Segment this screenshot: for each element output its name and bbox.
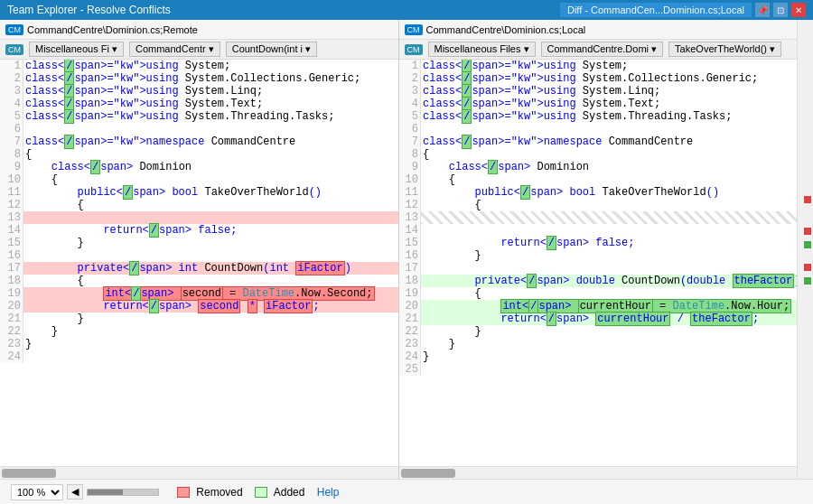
left-nav-icon: CM xyxy=(5,44,23,55)
right-bottom-scrollbar[interactable] xyxy=(399,466,798,479)
code-line: return</span> false; xyxy=(421,237,798,249)
line-number: 9 xyxy=(399,161,421,173)
code-line: } xyxy=(421,350,798,363)
code-line xyxy=(421,262,798,275)
right-nav-misc[interactable]: Miscellaneous Files ▾ xyxy=(428,42,536,57)
code-line: { xyxy=(23,199,397,211)
line-number: 24 xyxy=(399,350,421,363)
line-number: 11 xyxy=(0,186,23,199)
code-line: { xyxy=(421,287,798,300)
marker-green-1 xyxy=(804,241,811,248)
right-nav-icon: CM xyxy=(405,44,423,55)
left-breadcrumb: CM CommandCentre\Dominion.cs;Remote xyxy=(0,20,398,40)
line-number: 4 xyxy=(399,98,421,110)
line-number: 10 xyxy=(0,173,23,186)
legend-added-label: Added xyxy=(274,486,305,499)
left-nav-method[interactable]: CountDown(int i ▾ xyxy=(226,42,317,57)
code-line: class</span>="kw">using System.Text; xyxy=(23,98,397,110)
code-line: class</span>="kw">namespace CommandCentr… xyxy=(23,135,397,148)
line-number: 15 xyxy=(0,237,23,249)
left-code-scroll[interactable]: 1class</span>="kw">using System;2class</… xyxy=(0,60,398,466)
code-line: class</span>="kw">using System.Text; xyxy=(421,98,798,110)
marker-red-3 xyxy=(804,264,811,271)
zoom-slider[interactable] xyxy=(87,489,159,496)
left-scroll-thumb[interactable] xyxy=(2,469,56,478)
line-number: 6 xyxy=(399,123,421,135)
code-line: class</span>="kw">using System; xyxy=(421,60,798,72)
code-line: { xyxy=(421,173,798,186)
line-number: 25 xyxy=(399,363,421,376)
left-file-icon: CM xyxy=(5,24,23,35)
code-line: private</span> double CountDown(double t… xyxy=(421,275,798,287)
help-link[interactable]: Help xyxy=(317,486,340,499)
code-line: int</span> currentHour = DateTime.Now.Ho… xyxy=(421,300,798,313)
marker-red-2 xyxy=(804,228,811,235)
code-line: class</span> Dominion xyxy=(23,161,397,173)
code-line: class</span>="kw">namespace CommandCentr… xyxy=(421,135,798,148)
line-number: 17 xyxy=(0,262,23,275)
code-line: public</span> bool TakeOverTheWorld() xyxy=(421,186,798,199)
right-nav-bar: CM Miscellaneous Files ▾ CommandCentre.D… xyxy=(399,40,798,60)
line-number: 5 xyxy=(0,110,23,123)
code-line: class</span> Dominion xyxy=(421,161,798,173)
line-number: 5 xyxy=(399,110,421,123)
line-number: 14 xyxy=(0,224,23,237)
line-number: 10 xyxy=(399,173,421,186)
line-number: 11 xyxy=(399,186,421,199)
code-line xyxy=(23,211,397,224)
line-number: 9 xyxy=(0,161,23,173)
right-scroll-thumb[interactable] xyxy=(401,469,455,478)
zoom-control[interactable]: 100 % 75 % 150 % ◀ xyxy=(11,484,159,500)
code-line: int</span> second = DateTime.Now.Second; xyxy=(23,287,397,300)
line-number: 8 xyxy=(0,148,23,161)
line-number: 23 xyxy=(399,338,421,350)
line-number: 15 xyxy=(399,237,421,249)
zoom-select[interactable]: 100 % 75 % 150 % xyxy=(11,484,63,500)
code-line: } xyxy=(23,313,397,325)
code-line: } xyxy=(421,325,798,338)
new-tab-button[interactable]: ⊡ xyxy=(773,3,788,17)
code-line xyxy=(421,363,798,376)
legend-added-box xyxy=(255,487,267,498)
right-nav-method[interactable]: TakeOverTheWorld() ▾ xyxy=(668,42,781,57)
line-number: 22 xyxy=(0,325,23,338)
code-line xyxy=(23,249,397,262)
line-number: 21 xyxy=(0,313,23,325)
zoom-down-button[interactable]: ◀ xyxy=(67,484,83,499)
marker-red-1 xyxy=(804,196,811,203)
line-number: 13 xyxy=(0,211,23,224)
line-number: 4 xyxy=(0,98,23,110)
marker-green-2 xyxy=(804,277,811,285)
line-number: 20 xyxy=(0,300,23,313)
code-line: { xyxy=(421,148,798,161)
right-code-scroll[interactable]: 1class</span>="kw">using System;2class</… xyxy=(399,60,798,466)
code-line: { xyxy=(23,173,397,186)
window-title: Team Explorer - Resolve Conflicts xyxy=(7,4,171,16)
line-number: 19 xyxy=(399,287,421,300)
line-number: 6 xyxy=(0,123,23,135)
line-number: 17 xyxy=(399,262,421,275)
code-line xyxy=(421,224,798,237)
line-number: 22 xyxy=(399,325,421,338)
left-nav-bar: CM Miscellaneous Fi ▾ CommandCentr ▾ Cou… xyxy=(0,40,398,60)
left-nav-misc[interactable]: Miscellaneous Fi ▾ xyxy=(29,42,124,57)
code-line: class</span>="kw">using System.Collectio… xyxy=(421,72,798,85)
code-line xyxy=(23,123,397,135)
code-line: return</span> currentHour / theFactor; xyxy=(421,313,798,325)
line-number: 1 xyxy=(0,60,23,72)
line-number: 2 xyxy=(399,72,421,85)
code-line: } xyxy=(23,325,397,338)
line-number: 19 xyxy=(0,287,23,300)
line-number: 8 xyxy=(399,148,421,161)
pin-button[interactable]: 📌 xyxy=(755,3,770,17)
close-button[interactable]: ✕ xyxy=(791,3,806,17)
code-line: class</span>="kw">using System; xyxy=(23,60,397,72)
right-path: CommandCentre\Dominion.cs;Local xyxy=(426,24,586,35)
left-nav-class[interactable]: CommandCentr ▾ xyxy=(129,42,220,57)
right-nav-class[interactable]: CommandCentre.Domi ▾ xyxy=(541,42,664,57)
legend: Removed Added Help xyxy=(177,486,339,499)
code-line: { xyxy=(23,275,397,287)
left-bottom-scrollbar[interactable] xyxy=(0,466,398,479)
diff-scrollbar-track[interactable] xyxy=(797,20,813,479)
line-number: 16 xyxy=(399,249,421,262)
